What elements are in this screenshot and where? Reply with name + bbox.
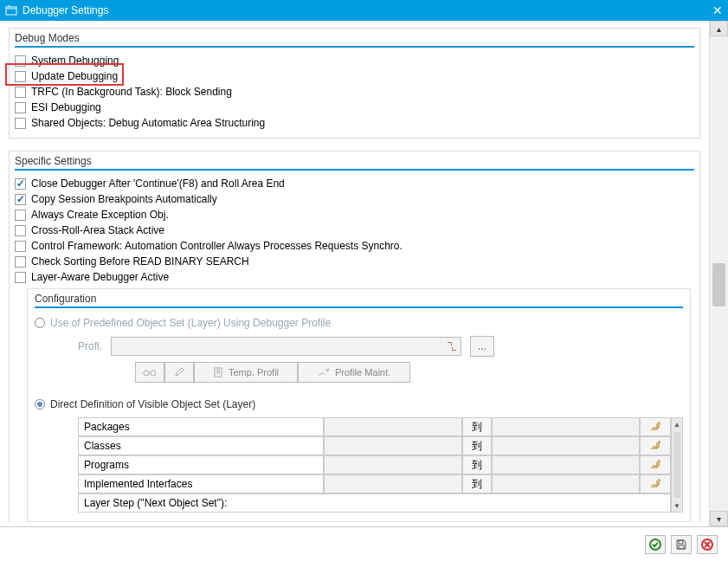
- window-title: Debugger Settings: [23, 4, 108, 16]
- checkbox[interactable]: [15, 241, 26, 252]
- from-field[interactable]: [324, 436, 461, 455]
- to-field[interactable]: [492, 474, 640, 493]
- multi-select-button[interactable]: [640, 474, 671, 493]
- checkbox[interactable]: [15, 55, 26, 67]
- layer-table-wrap: Packages 到 Classes 到 Programs: [35, 417, 683, 513]
- layer-aware-row[interactable]: Layer-Aware Debugger Active: [15, 269, 694, 285]
- control-framework-row[interactable]: Control Framework: Automation Controller…: [15, 238, 694, 254]
- checkbox[interactable]: [15, 178, 26, 190]
- profl-row: Profl. ...: [35, 332, 683, 362]
- checkbox-label: Cross-Roll-Area Stack Active: [31, 224, 164, 236]
- specific-title: Specific Settings: [15, 153, 694, 171]
- direct-radio-row[interactable]: Direct Definition of Visible Object Set …: [35, 395, 683, 414]
- temp-profil-button[interactable]: Temp. Profil: [194, 362, 298, 383]
- checkbox-label: Control Framework: Automation Controller…: [31, 240, 403, 252]
- checkbox-label: TRFC (In Background Task): Block Sending: [31, 86, 232, 98]
- radio[interactable]: [35, 399, 45, 409]
- profl-label: Profl.: [78, 340, 102, 352]
- checkbox[interactable]: [15, 225, 26, 236]
- checkbox-label: Update Debugging: [31, 70, 118, 82]
- profile-maint-button[interactable]: Profile Maint.: [298, 362, 410, 383]
- scroll-thumb[interactable]: [673, 432, 680, 498]
- row-label: Packages: [78, 417, 324, 436]
- multi-select-button[interactable]: [640, 436, 671, 455]
- row-label: Layer Step ("Next Object Set"):: [78, 493, 671, 513]
- main-content: Debug Modes System Debugging Update Debu…: [0, 21, 709, 526]
- cross-roll-row[interactable]: Cross-Roll-Area Stack Active: [15, 222, 694, 238]
- svg-rect-0: [6, 7, 16, 15]
- checkbox[interactable]: [15, 118, 26, 129]
- checkbox-label: Close Debugger After 'Continue'(F8) and …: [31, 177, 285, 190]
- config-title: Configuration: [35, 291, 683, 308]
- debug-modes-panel: Debug Modes System Debugging Update Debu…: [9, 28, 700, 139]
- multi-select-button[interactable]: [640, 455, 671, 474]
- checkbox[interactable]: [15, 194, 26, 205]
- layer-table: Packages 到 Classes 到 Programs: [78, 417, 671, 513]
- to-label: 到: [462, 474, 492, 493]
- table-row: Implemented Interfaces 到: [78, 474, 671, 493]
- checkbox-label: Check Sorting Before READ BINARY SEARCH: [31, 255, 249, 268]
- svg-rect-5: [679, 540, 683, 544]
- search-help-icon[interactable]: [446, 340, 458, 352]
- profl-input[interactable]: [111, 337, 461, 356]
- checkbox[interactable]: [15, 71, 26, 82]
- scroll-up-icon[interactable]: ▴: [710, 21, 728, 36]
- scroll-down-icon[interactable]: ▾: [710, 511, 728, 526]
- to-field[interactable]: [492, 436, 640, 455]
- glasses-button[interactable]: [135, 362, 164, 383]
- checkbox[interactable]: [15, 210, 26, 221]
- copy-breakpoints-row[interactable]: Copy Session Breakpoints Automatically: [15, 191, 694, 207]
- from-field[interactable]: [324, 417, 461, 436]
- to-label: 到: [462, 417, 492, 436]
- to-label: 到: [462, 436, 492, 455]
- footer: [0, 526, 728, 561]
- update-debugging-row[interactable]: Update Debugging: [15, 68, 694, 84]
- checkbox[interactable]: [15, 87, 26, 98]
- checkbox-label: Copy Session Breakpoints Automatically: [31, 193, 217, 205]
- always-exception-row[interactable]: Always Create Exception Obj.: [15, 207, 694, 222]
- predefined-radio-row[interactable]: Use of Predefined Object Set (Layer) Usi…: [35, 313, 683, 332]
- multi-select-button[interactable]: [640, 417, 671, 436]
- to-label: 到: [462, 455, 492, 474]
- to-field[interactable]: [492, 455, 640, 474]
- outer-scrollbar[interactable]: ▴ ▾: [709, 21, 728, 526]
- pencil-button[interactable]: [164, 362, 194, 383]
- from-field[interactable]: [324, 455, 461, 474]
- checkbox[interactable]: [15, 272, 26, 283]
- inner-scrollbar[interactable]: ▲ ▼: [671, 417, 683, 513]
- from-field[interactable]: [324, 474, 461, 493]
- profl-buttons: Temp. Profil Profile Maint.: [35, 362, 683, 383]
- save-button[interactable]: [671, 535, 692, 554]
- debug-modes-title: Debug Modes: [15, 30, 694, 48]
- radio-label: Use of Predefined Object Set (Layer) Usi…: [50, 317, 331, 329]
- table-row: Classes 到: [78, 436, 671, 455]
- svg-point-1: [144, 371, 149, 376]
- table-row: Programs 到: [78, 455, 671, 474]
- system-debugging-row[interactable]: System Debugging: [15, 53, 694, 68]
- scroll-down-icon[interactable]: ▼: [672, 500, 682, 512]
- radio[interactable]: [35, 318, 45, 328]
- configuration-panel: Configuration Use of Predefined Object S…: [27, 288, 691, 522]
- window-icon: [5, 4, 17, 16]
- row-label: Implemented Interfaces: [78, 474, 324, 493]
- shared-objects-row[interactable]: Shared Objects: Debug Automatic Area Str…: [15, 115, 694, 131]
- row-label: Programs: [78, 455, 324, 474]
- close-debugger-row[interactable]: Close Debugger After 'Continue'(F8) and …: [15, 176, 694, 191]
- titlebar: Debugger Settings ✕: [0, 0, 728, 21]
- checkbox[interactable]: [15, 102, 26, 113]
- esi-debugging-row[interactable]: ESI Debugging: [15, 100, 694, 115]
- to-field[interactable]: [492, 417, 640, 436]
- scroll-thumb[interactable]: [712, 263, 725, 306]
- trfc-row[interactable]: TRFC (In Background Task): Block Sending: [15, 84, 694, 100]
- close-icon[interactable]: ✕: [712, 3, 723, 17]
- cancel-button[interactable]: [697, 535, 718, 554]
- checkbox-label: Shared Objects: Debug Automatic Area Str…: [31, 117, 265, 129]
- table-row: Packages 到: [78, 417, 671, 436]
- check-sorting-row[interactable]: Check Sorting Before READ BINARY SEARCH: [15, 254, 694, 269]
- checkbox[interactable]: [15, 256, 26, 268]
- scroll-up-icon[interactable]: ▲: [672, 418, 682, 430]
- ok-button[interactable]: [645, 535, 666, 554]
- more-button[interactable]: ...: [470, 336, 494, 357]
- svg-point-2: [151, 371, 156, 376]
- svg-rect-6: [679, 545, 684, 549]
